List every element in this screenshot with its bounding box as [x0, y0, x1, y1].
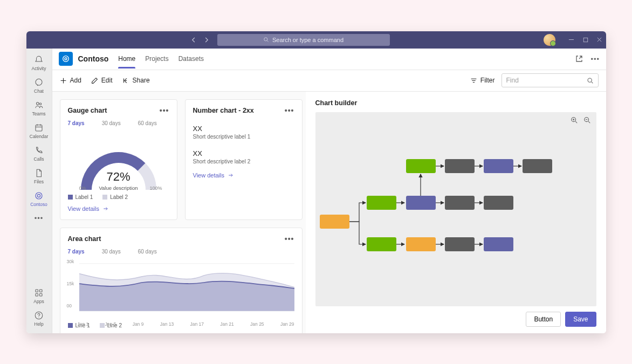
app-rail: Activity Chat Teams Calendar Calls Files [26, 49, 52, 333]
rail-contoso[interactable]: Contoso [26, 188, 52, 210]
range-7days[interactable]: 7 days [68, 120, 85, 126]
maximize-icon[interactable] [582, 37, 589, 43]
range-tabs: 7 days 30 days 60 days [68, 120, 169, 126]
nav-back-icon[interactable] [188, 35, 199, 45]
toolbar: Add Edit Share Filter Find [52, 70, 606, 92]
range-30days[interactable]: 30 days [102, 120, 121, 126]
y-tick: 30k [67, 259, 74, 264]
tab-home[interactable]: Home [118, 50, 135, 68]
teams-window: Search or type a command Activity Chat T… [26, 31, 606, 333]
area-chart: 30k 15k 00 [68, 259, 294, 318]
add-button[interactable]: Add [60, 77, 81, 84]
view-details-link[interactable]: View details [193, 172, 294, 178]
card-title-area: Area chart [68, 235, 101, 243]
flow-node[interactable] [367, 237, 396, 251]
card-gauge-more-icon[interactable]: ••• [160, 106, 169, 115]
filter-button[interactable]: Filter [470, 77, 495, 84]
x-tick: Jan 29 [280, 321, 294, 327]
find-input[interactable]: Find [502, 73, 599, 87]
app-header: Contoso Home Projects Datasets ••• [52, 49, 606, 70]
titlebar: Search or type a command [26, 31, 606, 49]
flow-node[interactable] [406, 237, 436, 251]
app-title: Contoso [78, 54, 109, 63]
svg-rect-11 [40, 293, 43, 296]
app-logo [59, 52, 73, 66]
rail-more[interactable]: ••• [26, 210, 52, 226]
more-horizontal-icon: ••• [34, 214, 44, 223]
rail-calendar[interactable]: Calendar [26, 120, 52, 142]
number-value: XX [193, 125, 294, 133]
flow-node[interactable] [523, 159, 552, 173]
search-placeholder: Search or type a command [272, 37, 344, 43]
flow-node[interactable] [484, 196, 513, 210]
flow-node[interactable] [445, 237, 475, 251]
avatar[interactable] [544, 34, 555, 46]
tab-projects[interactable]: Projects [145, 50, 168, 68]
rail-activity[interactable]: Activity [26, 52, 52, 74]
flow-node[interactable] [445, 159, 475, 173]
svg-point-13 [63, 56, 68, 62]
svg-point-6 [36, 193, 42, 199]
svg-rect-8 [36, 290, 38, 292]
flow-node[interactable] [445, 196, 475, 210]
flow-node[interactable] [406, 159, 436, 173]
card-title-number: Number chart - 2xx [193, 107, 254, 114]
svg-point-0 [264, 38, 267, 41]
flow-node[interactable] [367, 196, 396, 210]
gauge-max-label: 100% [149, 186, 162, 191]
rail-files[interactable]: Files [26, 165, 52, 188]
search-icon [587, 77, 594, 84]
card-area: Area chart ••• 7 days 30 days 60 days 30… [60, 228, 303, 333]
rail-teams[interactable]: Teams [26, 97, 52, 120]
close-icon[interactable] [596, 37, 603, 43]
svg-point-3 [37, 102, 39, 105]
number-label: Short descriptive label 2 [193, 159, 294, 164]
builder-canvas[interactable] [315, 112, 596, 306]
svg-point-15 [588, 78, 592, 82]
svg-point-7 [37, 194, 40, 197]
flow-node[interactable] [406, 196, 436, 210]
x-tick: Jan 9 [133, 321, 144, 327]
builder-title: Chart builder [315, 99, 596, 107]
svg-rect-5 [36, 125, 42, 131]
card-gauge: Gauge chart ••• 7 days 30 days 60 days [60, 99, 177, 220]
popout-icon[interactable] [575, 54, 583, 63]
flow-node-root[interactable] [320, 215, 349, 229]
edit-button[interactable]: Edit [91, 77, 113, 84]
card-title-gauge: Gauge chart [68, 107, 107, 114]
flow-node[interactable] [484, 159, 513, 173]
card-area-more-icon[interactable]: ••• [285, 235, 294, 243]
minimize-icon[interactable] [568, 37, 575, 43]
rail-calls[interactable]: Calls [26, 142, 52, 165]
svg-point-14 [65, 58, 67, 60]
builder-save-button[interactable]: Save [565, 312, 596, 327]
global-search[interactable]: Search or type a command [217, 34, 390, 46]
card-number-more-icon[interactable]: ••• [285, 106, 294, 115]
tab-datasets[interactable]: Datasets [178, 50, 204, 68]
range-30days[interactable]: 30 days [102, 249, 121, 255]
range-60days[interactable]: 60 days [138, 249, 157, 255]
x-tick: Jan 1 [78, 321, 89, 327]
x-tick: Jan 21 [220, 321, 234, 327]
builder-secondary-button[interactable]: Button [526, 312, 561, 327]
gauge-value: 72% [78, 170, 159, 184]
nav-forward-icon[interactable] [201, 35, 212, 45]
share-button[interactable]: Share [122, 77, 150, 84]
range-60days[interactable]: 60 days [138, 120, 157, 126]
dashboard-cards: Gauge chart ••• 7 days 30 days 60 days [52, 92, 306, 333]
x-tick: Jan 25 [250, 321, 264, 327]
gauge-chart: 72% Value description 0% 100% [68, 131, 169, 190]
card-number: Number chart - 2xx ••• XX Short descript… [185, 99, 303, 220]
range-7days[interactable]: 7 days [68, 249, 85, 255]
rail-help[interactable]: Help [26, 307, 52, 330]
rail-chat[interactable]: Chat [26, 74, 52, 97]
x-tick: Jan 13 [160, 321, 174, 327]
svg-rect-9 [40, 290, 43, 292]
svg-rect-10 [36, 293, 38, 296]
flow-node[interactable] [484, 237, 513, 251]
rail-apps[interactable]: Apps [26, 285, 52, 307]
number-label: Short descriptive label 1 [193, 134, 294, 140]
more-horizontal-icon[interactable]: ••• [591, 54, 600, 63]
x-tick: Jan 5 [105, 321, 116, 327]
arrow-right-icon [228, 173, 234, 178]
